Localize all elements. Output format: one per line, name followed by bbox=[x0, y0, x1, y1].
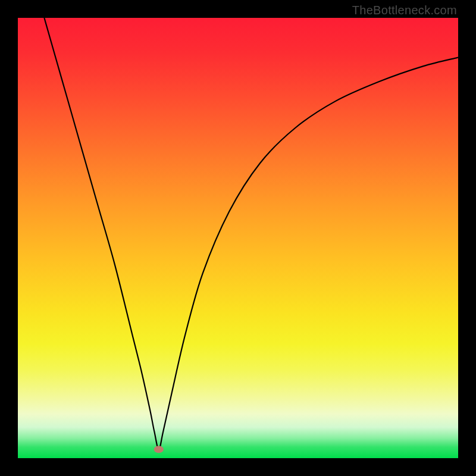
bottleneck-curve bbox=[44, 18, 458, 449]
watermark-text: TheBottleneck.com bbox=[352, 4, 457, 17]
plot-area bbox=[18, 18, 458, 458]
chart-container: { "watermark": "TheBottleneck.com", "cha… bbox=[0, 0, 476, 476]
curve-layer bbox=[18, 18, 458, 458]
minimum-marker bbox=[154, 446, 164, 453]
